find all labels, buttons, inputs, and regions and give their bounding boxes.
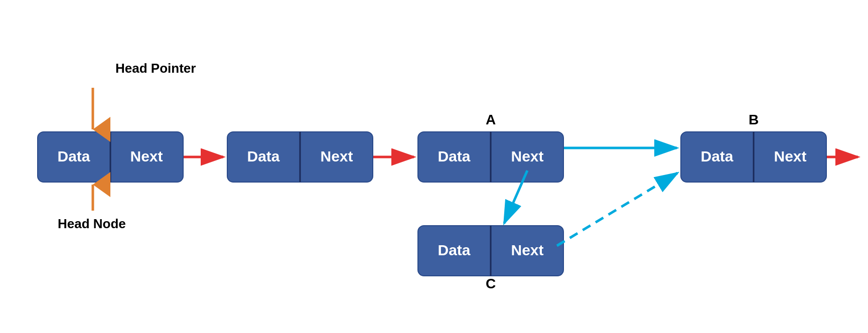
- head-pointer-label: Head Pointer: [115, 61, 196, 76]
- head-node-label: Head Node: [58, 216, 126, 231]
- nodeC-data-label: Data: [438, 242, 470, 258]
- nodeA-data-label: Data: [438, 148, 470, 164]
- node1: Data Next: [38, 132, 183, 182]
- nodeB-data-label: Data: [700, 148, 733, 164]
- nodeC-next-label: Next: [511, 242, 543, 258]
- node2-next-label: Next: [320, 148, 353, 164]
- node2-data-label: Data: [247, 148, 279, 164]
- nodeA-next-label: Next: [511, 148, 543, 164]
- node2: Data Next: [227, 132, 373, 182]
- nodeA: Data Next A: [418, 112, 563, 182]
- node1-next-label: Next: [130, 148, 163, 164]
- label-b: B: [749, 112, 759, 127]
- nodeB: Data Next B: [681, 112, 826, 182]
- label-c: C: [486, 276, 496, 291]
- nodeC: Data Next C: [418, 226, 563, 291]
- node1-data-label: Data: [57, 148, 90, 164]
- arrow-nodeC-to-nodeB-dashed: [557, 173, 677, 246]
- label-a: A: [486, 112, 496, 127]
- nodeB-next-label: Next: [774, 148, 806, 164]
